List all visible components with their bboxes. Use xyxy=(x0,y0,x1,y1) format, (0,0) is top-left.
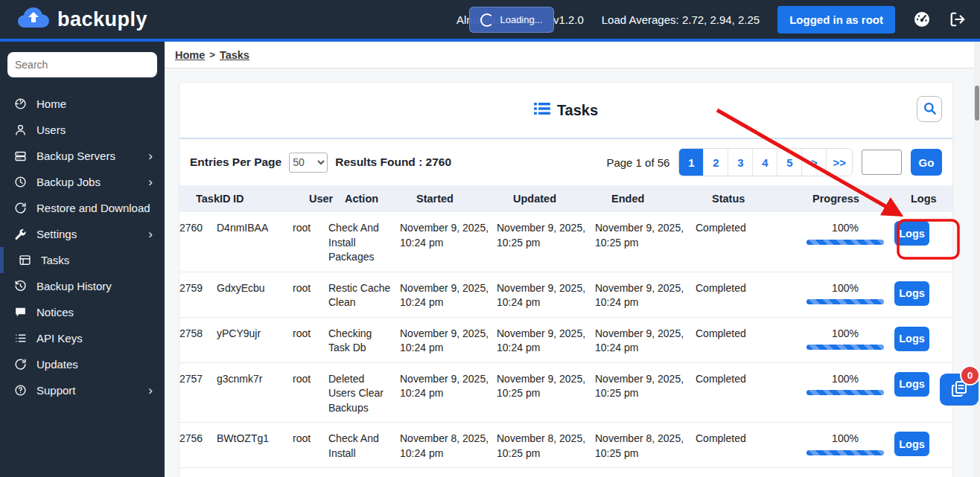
users-icon xyxy=(13,124,27,137)
home-icon xyxy=(13,97,27,111)
started-cell: November 9, 2025, 10:24 pm xyxy=(400,372,497,416)
logs-button[interactable]: Logs xyxy=(894,372,929,397)
backup-history-icon xyxy=(13,280,27,293)
action-cell: Checking Task Db xyxy=(328,327,400,356)
column-header-status: Status xyxy=(712,193,812,205)
logs-cell: Logs xyxy=(894,281,938,310)
action-cell: Deleted Users Clear Backups xyxy=(328,372,400,416)
logs-button[interactable]: Logs xyxy=(894,221,929,246)
status-cell: Completed xyxy=(696,281,796,310)
restore-download-icon xyxy=(13,202,27,215)
logs-button[interactable]: Logs xyxy=(894,281,929,306)
sidebar-item-users[interactable]: Users xyxy=(0,117,165,143)
progress-bar xyxy=(806,390,884,395)
ended-cell: November 8, 2025, 10:25 pm xyxy=(595,432,696,461)
progress-percent: 100% xyxy=(796,372,894,387)
app-version: v1.2.0 xyxy=(553,13,584,26)
progress-bar xyxy=(806,345,884,350)
started-cell: November 9, 2025, 10:24 pm xyxy=(400,327,497,356)
id-cell: D4nmIBAA xyxy=(217,221,293,265)
brand[interactable]: backuply xyxy=(16,6,147,33)
user-cell: root xyxy=(293,281,328,310)
go-button[interactable]: Go xyxy=(911,149,942,176)
page-title: Tasks xyxy=(557,102,598,119)
entries-per-page-select[interactable]: 50 xyxy=(289,153,328,173)
sidebar-item-api-keys[interactable]: API Keys xyxy=(0,325,165,351)
sidebar-item-home[interactable]: Home xyxy=(0,91,165,117)
breadcrumb-separator: > xyxy=(209,49,215,60)
logs-cell: Logs xyxy=(894,432,938,461)
loading-text: Loading... xyxy=(500,14,542,25)
table-row: 2760 D4nmIBAA root Check And Install Pac… xyxy=(179,212,952,272)
logout-icon[interactable] xyxy=(949,10,967,28)
logs-cell: Logs xyxy=(894,221,938,265)
sidebar-item-restore-and-download[interactable]: Restore and Download xyxy=(0,195,165,221)
column-header-action: Action xyxy=(345,193,416,205)
logs-button[interactable]: Logs xyxy=(894,327,929,351)
sidebar-item-support[interactable]: Support › xyxy=(0,377,165,403)
breadcrumb: Home > Tasks xyxy=(165,42,974,68)
progress-percent: 100% xyxy=(796,327,894,342)
ended-cell: November 9, 2025, 10:24 pm xyxy=(595,281,696,310)
sidebar-item-backup-servers[interactable]: Backup Servers › xyxy=(0,143,165,169)
search-toggle-button[interactable] xyxy=(917,96,942,122)
sidebar: Home Users Backup Servers › Backup Jobs … xyxy=(0,42,165,477)
updated-cell: November 9, 2025, 10:24 pm xyxy=(497,281,595,310)
column-header-taskid: TaskID xyxy=(196,193,233,205)
support-icon xyxy=(13,384,27,397)
page-button-3[interactable]: 3 xyxy=(728,149,753,176)
entries-per-page-label: Entries Per Page xyxy=(190,156,281,169)
column-header-user: User xyxy=(309,193,345,205)
chevron-right-icon: › xyxy=(148,149,153,164)
sidebar-item-updates[interactable]: Updates xyxy=(0,351,165,377)
scrollbar-track[interactable] xyxy=(974,42,980,477)
pagination: 12345>>> xyxy=(678,148,853,176)
notices-badge: 0 xyxy=(960,365,980,385)
sidebar-item-tasks[interactable]: Tasks xyxy=(0,247,165,273)
ended-cell: November 9, 2025, 10:24 pm xyxy=(595,327,696,356)
column-header-id: ID xyxy=(233,193,309,205)
page-button-1[interactable]: 1 xyxy=(679,149,704,176)
id-cell: g3cnmk7r xyxy=(217,372,293,416)
chevron-right-icon: › xyxy=(148,227,153,242)
main-content: Tasks Entries Per Page 50 Results Found … xyxy=(165,68,974,477)
page-button-4[interactable]: 4 xyxy=(753,149,777,176)
progress-cell: 100% xyxy=(796,281,894,310)
taskid-cell: 2758 xyxy=(179,327,217,356)
user-cell: root xyxy=(293,432,328,461)
backup-servers-icon xyxy=(13,150,27,163)
logged-in-button[interactable]: Logged in as root xyxy=(777,6,895,33)
user-cell: root xyxy=(293,221,328,265)
gauge-icon[interactable] xyxy=(913,10,931,28)
breadcrumb-tasks-link[interactable]: Tasks xyxy=(220,49,249,61)
sidebar-item-settings[interactable]: Settings › xyxy=(0,221,165,247)
progress-cell: 100% xyxy=(796,432,894,461)
page-button-next[interactable]: > xyxy=(802,149,827,176)
user-cell: root xyxy=(293,372,328,416)
taskid-cell: 2757 xyxy=(179,372,217,416)
sidebar-item-backup-jobs[interactable]: Backup Jobs › xyxy=(0,169,165,195)
scrollbar-thumb[interactable] xyxy=(975,86,979,121)
sidebar-item-notices[interactable]: Notices xyxy=(0,299,165,325)
page-button-last[interactable]: >> xyxy=(827,149,852,176)
tasks-table-body: 2760 D4nmIBAA root Check And Install Pac… xyxy=(179,212,952,468)
results-found: Results Found : 2760 xyxy=(335,156,451,169)
goto-page-input[interactable] xyxy=(862,150,902,175)
table-row: 2758 yPCY9ujr root Checking Task Db Nove… xyxy=(179,318,952,363)
tasks-card: Tasks Entries Per Page 50 Results Found … xyxy=(179,82,953,477)
breadcrumb-home-link[interactable]: Home xyxy=(175,49,205,61)
page-info: Page 1 of 56 xyxy=(606,156,669,169)
taskid-cell: 2756 xyxy=(179,432,217,461)
logs-button[interactable]: Logs xyxy=(894,432,929,456)
column-header-started: Started xyxy=(416,193,513,205)
table-row: 2756 BWtOZTg1 root Check And Install Nov… xyxy=(179,423,952,468)
sidebar-item-backup-history[interactable]: Backup History xyxy=(0,273,165,299)
page-button-2[interactable]: 2 xyxy=(704,149,728,176)
status-cell: Completed xyxy=(696,372,796,416)
status-cell: Completed xyxy=(696,327,796,356)
action-cell: Restic Cache Clean xyxy=(328,281,400,310)
page-button-5[interactable]: 5 xyxy=(777,149,802,176)
sidebar-search-input[interactable] xyxy=(7,52,157,77)
ended-cell: November 9, 2025, 10:25 pm xyxy=(595,372,696,416)
action-cell: Check And Install xyxy=(328,432,400,461)
